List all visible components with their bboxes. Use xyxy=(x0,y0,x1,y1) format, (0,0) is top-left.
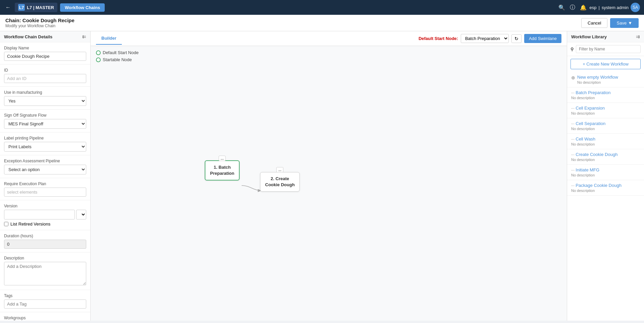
page-header: Chain: Cookie Dough Recipe Modify your W… xyxy=(0,15,644,31)
use-in-mfg-select[interactable]: Yes No xyxy=(4,96,86,106)
list-retired-row: List Retired Versions xyxy=(4,221,86,227)
legend-default-start: Default Start Node xyxy=(96,50,139,55)
id-input[interactable] xyxy=(4,74,86,83)
list-retired-checkbox[interactable] xyxy=(4,222,8,226)
description-label: Description xyxy=(4,256,86,260)
description-section: Description xyxy=(0,252,90,290)
help-icon[interactable]: ⓘ xyxy=(570,4,575,11)
workflow-chains-button[interactable]: Workflow Chains xyxy=(60,3,105,12)
label-pipeline-select[interactable]: Print Labels xyxy=(4,142,86,152)
app-icon: L7 xyxy=(18,4,25,11)
builder-right: Default Start Node: Batch Preparation ↻ … xyxy=(418,34,561,43)
user-name: system admin xyxy=(602,5,629,10)
back-button[interactable]: ← xyxy=(4,3,12,12)
left-panel-header: Workflow Chain Details ⇇ xyxy=(0,31,90,42)
batch-prep-desc: No description xyxy=(571,96,640,100)
cell-expansion-name: ··· Cell Expansion xyxy=(571,106,640,111)
legend-startable-node-label: Startable Node xyxy=(103,57,132,62)
cancel-button[interactable]: Cancel xyxy=(581,18,607,28)
nav-icons: 🔍 ⓘ 🔔 xyxy=(558,4,587,11)
avatar[interactable]: SA xyxy=(631,3,640,12)
library-item-package-cookie-dough[interactable]: ··· Package Cookie Dough No description xyxy=(567,180,644,196)
create-node-more-button[interactable]: ... xyxy=(276,167,283,172)
user-info: esp | system admin SA xyxy=(589,3,640,12)
page-title: Chain: Cookie Dough Recipe xyxy=(5,17,75,23)
workflow-library-title: Workflow Library xyxy=(571,34,607,39)
duration-input[interactable] xyxy=(4,240,86,249)
id-label: ID xyxy=(4,68,86,73)
display-name-section: Display Name xyxy=(0,42,90,65)
save-dropdown-icon[interactable]: ▼ xyxy=(628,21,632,26)
tags-input[interactable] xyxy=(4,299,86,309)
initiate-mfg-desc: No description xyxy=(571,173,640,177)
batch-preparation-node[interactable]: ... 1. BatchPreparation xyxy=(205,160,240,180)
page-header-left: Chain: Cookie Dough Recipe Modify your W… xyxy=(5,17,75,28)
library-item-initiate-mfg[interactable]: ··· Initiate MFG No description xyxy=(567,165,644,180)
add-swimlane-button[interactable]: Add Swimlane xyxy=(524,34,561,43)
right-panel-collapse-button[interactable]: ⇉ xyxy=(636,34,640,39)
batch-prep-name: ··· Batch Preparation xyxy=(571,90,640,95)
library-item-cell-wash[interactable]: ··· Cell Wash No description xyxy=(567,134,644,149)
description-textarea[interactable] xyxy=(4,262,86,285)
cell-separation-desc: No description xyxy=(571,127,640,131)
sign-off-label: Sign Off Signature Flow xyxy=(4,113,86,118)
create-cookie-dough-desc: No description xyxy=(571,158,640,162)
new-empty-name: New empty Workflow xyxy=(577,75,618,80)
display-name-input[interactable] xyxy=(4,52,86,61)
save-button[interactable]: Save ▼ xyxy=(610,18,639,28)
user-lang: esp xyxy=(589,5,596,10)
app-badge: L7 L7 | MASTER xyxy=(15,3,57,12)
cell-separation-name: ··· Cell Separation xyxy=(571,121,640,126)
filter-input[interactable] xyxy=(576,45,641,53)
app-name: L7 | MASTER xyxy=(27,5,54,10)
library-item-batch-preparation[interactable]: ··· Batch Preparation No description xyxy=(567,87,644,103)
sign-off-section: Sign Off Signature Flow MES Final Signof… xyxy=(0,110,90,132)
workgroups-section: Workgroups Any xyxy=(0,312,90,321)
exception-label: Exception Assessment Pipeline xyxy=(4,159,86,163)
library-item-cell-separation[interactable]: ··· Cell Separation No description xyxy=(567,118,644,134)
library-item-create-cookie-dough[interactable]: ··· Create Cookie Dough No description xyxy=(567,149,644,165)
legend-startable-node: Startable Node xyxy=(96,57,139,62)
batch-node-more-button[interactable]: ... xyxy=(219,156,226,161)
legend-default-start-icon xyxy=(96,50,101,55)
exec-plan-input[interactable] xyxy=(4,188,86,197)
id-section: ID xyxy=(0,65,90,87)
use-in-mfg-section: Use in manufacturing Yes No xyxy=(0,87,90,110)
right-panel-header: Workflow Library ⇉ xyxy=(567,31,644,42)
sign-off-select[interactable]: MES Final Signoff xyxy=(4,119,86,129)
package-cookie-dough-name: ··· Package Cookie Dough xyxy=(571,183,640,188)
version-input[interactable] xyxy=(4,210,75,219)
right-panel: Workflow Library ⇉ ⚲ + Create New Workfl… xyxy=(567,31,644,321)
label-pipeline-label: Label printing Pipeline xyxy=(4,136,86,140)
search-icon[interactable]: 🔍 xyxy=(558,4,565,11)
display-name-label: Display Name xyxy=(4,46,86,50)
library-item-new-empty[interactable]: ⊕ New empty Workflow No description xyxy=(567,72,644,87)
legend-default-start-label: Default Start Node xyxy=(103,50,139,55)
exception-section: Exception Assessment Pipeline Select an … xyxy=(0,155,90,178)
left-panel-collapse-button[interactable]: ⇇ xyxy=(82,34,86,39)
create-node-label: 2. CreateCookie Dough xyxy=(265,176,295,188)
new-empty-desc: No description xyxy=(577,80,618,84)
new-empty-icon: ⊕ xyxy=(571,75,575,80)
canvas-area: Default Start Node Startable Node xyxy=(91,46,567,321)
create-workflow-button[interactable]: + Create New Workflow xyxy=(571,59,641,69)
filter-row: ⚲ xyxy=(567,42,644,56)
tags-label: Tags xyxy=(4,293,86,298)
main-layout: Workflow Chain Details ⇇ Display Name ID… xyxy=(0,31,644,321)
exec-plan-label: Require Execution Plan xyxy=(4,181,86,186)
create-cookie-dough-node[interactable]: ... 2. CreateCookie Dough xyxy=(260,172,300,192)
refresh-button[interactable]: ↻ xyxy=(511,34,522,43)
page-subtitle: Modify your Workflow Chain xyxy=(5,24,75,28)
bell-icon[interactable]: 🔔 xyxy=(580,4,587,11)
workflow-library-list: ⊕ New empty Workflow No description ··· … xyxy=(567,72,644,321)
tags-section: Tags xyxy=(0,290,90,312)
library-item-cell-expansion[interactable]: ··· Cell Expansion No description xyxy=(567,103,644,118)
top-navigation: ← L7 L7 | MASTER Workflow Chains 🔍 ⓘ 🔔 e… xyxy=(0,0,644,15)
builder-tab[interactable]: Builder xyxy=(96,32,122,45)
version-section: Version List Retired Versions xyxy=(0,200,90,230)
start-node-select[interactable]: Batch Preparation xyxy=(461,34,509,43)
version-select[interactable] xyxy=(76,210,86,219)
list-retired-label: List Retired Versions xyxy=(10,221,50,227)
exception-select[interactable]: Select an option xyxy=(4,165,86,174)
cell-wash-desc: No description xyxy=(571,142,640,146)
